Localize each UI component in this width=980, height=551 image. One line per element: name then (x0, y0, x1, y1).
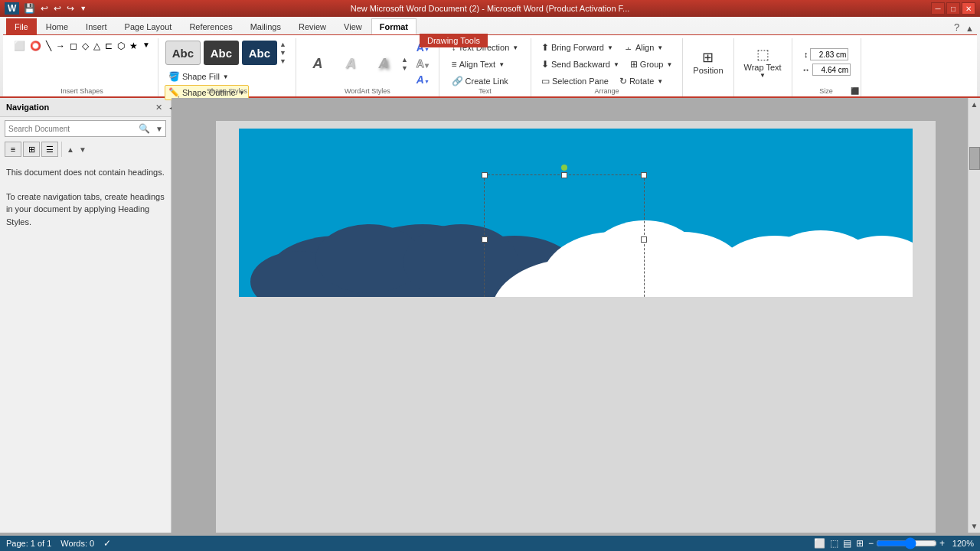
shape-expand-icon[interactable]: ▼ (141, 40, 152, 52)
nav-title: Navigation (6, 103, 49, 112)
shape-more5-icon[interactable]: ⬡ (116, 40, 126, 52)
spell-check-icon[interactable]: ✓ (103, 538, 111, 549)
page-info: Page: 1 of 1 (6, 539, 51, 548)
align-button[interactable]: ⫠ Align ▼ (620, 40, 667, 55)
group-icon: ⊞ (630, 59, 638, 70)
shape-rect-icon[interactable]: ⬜ (12, 40, 27, 52)
rotate-button[interactable]: ↻ Rotate ▼ (616, 73, 667, 89)
nav-view-pages[interactable]: ⊞ (23, 142, 40, 157)
shape-style-2[interactable]: Abc (204, 41, 239, 65)
tab-page-layout[interactable]: Page Layout (116, 18, 181, 34)
redo-icon[interactable]: ↪ (65, 2, 76, 15)
width-row: ↔ (802, 64, 851, 76)
search-button[interactable]: 🔍 (136, 123, 153, 134)
tab-mailings[interactable]: Mailings (242, 18, 289, 34)
position-group: ⊞ Position (683, 38, 733, 96)
tab-review[interactable]: Review (290, 18, 335, 34)
send-backward-icon: ⬇ (541, 59, 549, 70)
width-input[interactable] (812, 64, 851, 76)
minimize-button[interactable]: ─ (931, 2, 945, 15)
send-backward-button[interactable]: ⬇ Send Backward ▼ (537, 57, 623, 72)
nav-view-headings[interactable]: ≡ (5, 142, 21, 157)
selection-pane-icon: ▭ (541, 76, 550, 86)
word-logo: W (5, 2, 19, 15)
bring-forward-button[interactable]: ⬆ Bring Forward ▼ (537, 40, 617, 55)
tab-file[interactable]: File (6, 18, 37, 34)
wordart-btn-1[interactable]: A (302, 52, 333, 75)
insert-shapes-label: Insert Shapes (6, 87, 158, 95)
zoom-controls: − + 120% (868, 537, 974, 549)
layout-icon-3[interactable]: ▤ (843, 538, 851, 549)
wordart-styles-label: WordArt Styles (296, 87, 439, 95)
scroll-down-button[interactable]: ▼ (969, 520, 980, 533)
nav-view-results[interactable]: ☰ (41, 142, 58, 157)
wordart-btn-2[interactable]: A (335, 52, 366, 75)
selection-pane-button[interactable]: ▭ Selection Pane (537, 73, 612, 89)
maximize-button[interactable]: □ (946, 2, 960, 15)
wordart-btn-3[interactable]: A (368, 52, 399, 75)
search-dropdown[interactable]: ▼ (153, 125, 165, 133)
align-text-button[interactable]: ≡ Align Text ▼ (448, 57, 508, 72)
main-area: Navigation ✕ 🔍 ▼ ≡ ⊞ ☰ ▲ ▼ This document… (0, 98, 980, 533)
shape-arrow-icon[interactable]: → (54, 40, 67, 52)
shape-more1-icon[interactable]: ◻ (68, 40, 79, 52)
text-outline-button[interactable]: A▼ (413, 56, 433, 71)
create-link-button[interactable]: 🔗 Create Link (448, 73, 512, 89)
align-text-icon: ≡ (452, 59, 457, 70)
wordart-scroll[interactable]: ▲ ▼ (401, 56, 408, 72)
size-group: ↕ ↔ ⬛ Size (792, 38, 861, 96)
words-count: Words: 0 (60, 539, 94, 548)
wrap-text-button[interactable]: ⬚ Wrap Text ▼ (740, 44, 786, 81)
layout-icon-2[interactable]: ⬚ (830, 538, 838, 549)
tab-references[interactable]: References (181, 18, 240, 34)
height-row: ↕ (804, 48, 849, 60)
scroll-thumb[interactable] (969, 147, 980, 170)
height-icon: ↕ (804, 50, 808, 59)
search-box: 🔍 ▼ (5, 120, 166, 137)
titlebar-title: New Microsoft Word Document (2) - Micros… (351, 4, 630, 13)
shape-line-icon[interactable]: ╲ (44, 40, 53, 52)
zoom-increase-button[interactable]: + (939, 538, 945, 549)
shape-fill-button[interactable]: 🪣 Shape Fill ▼ (165, 69, 249, 84)
tab-view[interactable]: View (335, 18, 371, 34)
search-input[interactable] (5, 125, 136, 133)
nav-next-arrow[interactable]: ▼ (77, 144, 88, 155)
tab-format[interactable]: Format (371, 18, 416, 34)
statusbar: Page: 1 of 1 Words: 0 ✓ ⬜ ⬚ ▤ ⊞ − + 120% (0, 536, 980, 551)
navigation-panel: Navigation ✕ 🔍 ▼ ≡ ⊞ ☰ ▲ ▼ This document… (0, 98, 172, 533)
titlebar: W 💾 ↩ ↩ ↪ ▼ New Microsoft Word Document … (0, 0, 980, 17)
shape-more4-icon[interactable]: ⊏ (103, 40, 114, 52)
undo2-icon[interactable]: ↩ (52, 2, 63, 15)
ribbon-content: ⬜ ⭕ ╲ → ◻ ◇ △ ⊏ ⬡ ★ ▼ Insert Shapes (3, 35, 977, 96)
shape-more6-icon[interactable]: ★ (128, 40, 139, 52)
nav-content-line3: To create navigation tabs, create headin… (6, 191, 165, 229)
close-button[interactable]: ✕ (962, 2, 975, 15)
nav-prev-arrow[interactable]: ▲ (65, 144, 76, 155)
shape-styles-scroll[interactable]: ▲ ▼ ▼ (279, 41, 286, 65)
shape-style-1[interactable]: Abc (165, 41, 201, 65)
zoom-decrease-button[interactable]: − (868, 538, 874, 549)
zoom-slider[interactable] (876, 537, 937, 549)
scroll-up-button[interactable]: ▲ (969, 98, 980, 111)
group-button[interactable]: ⊞ Group ▼ (626, 57, 677, 72)
more-icon[interactable]: ▼ (78, 4, 88, 13)
shape-more2-icon[interactable]: ◇ (80, 40, 90, 52)
nav-close-button[interactable]: ✕ (152, 101, 165, 113)
shape-style-3[interactable]: Abc (242, 41, 277, 65)
undo-icon[interactable]: ↩ (39, 2, 50, 15)
vertical-scrollbar[interactable]: ▲ ▼ (968, 98, 980, 533)
document-area[interactable]: ▲ ▼ (172, 98, 980, 533)
tab-home[interactable]: Home (38, 18, 77, 34)
tab-insert[interactable]: Insert (77, 18, 116, 34)
shape-more3-icon[interactable]: △ (92, 40, 102, 52)
layout-icon-1[interactable]: ⬜ (814, 538, 825, 549)
position-button[interactable]: ⊞ Position (689, 47, 727, 77)
help-icon[interactable]: ? (951, 20, 962, 34)
expand-ribbon-icon[interactable]: ▲ (962, 22, 977, 34)
layout-icon-4[interactable]: ⊞ (856, 538, 864, 549)
save-icon[interactable]: 💾 (22, 2, 37, 15)
wrap-text-icon: ⬚ (756, 46, 769, 63)
text-effects-button[interactable]: A▼ (413, 72, 433, 87)
height-input[interactable] (810, 48, 848, 60)
shape-ellipse-icon[interactable]: ⭕ (28, 40, 43, 52)
